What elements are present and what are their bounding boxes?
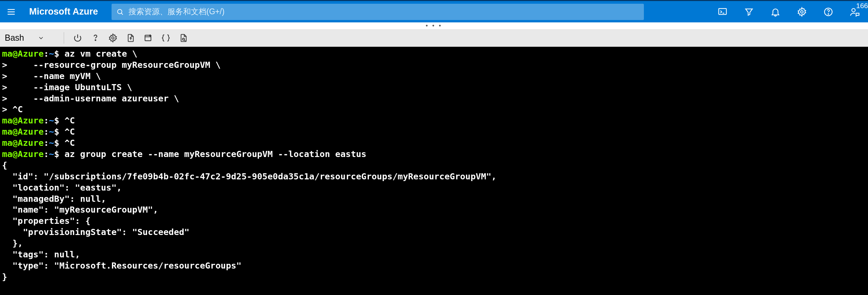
gear-icon	[797, 7, 807, 17]
help-button[interactable]	[815, 1, 842, 23]
file-transfer-icon	[126, 33, 135, 43]
hamburger-menu-button[interactable]	[0, 1, 22, 23]
toolbar-separator	[64, 32, 64, 44]
file-preview-icon	[179, 33, 188, 43]
question-icon	[91, 33, 100, 43]
svg-point-12	[112, 37, 114, 39]
svg-point-11	[95, 40, 96, 40]
top-bar-icons	[709, 1, 868, 23]
directory-filter-icon	[744, 7, 754, 17]
azure-top-bar: Microsoft Azure	[0, 0, 868, 22]
editor-button[interactable]	[158, 31, 173, 45]
settings-button[interactable]	[789, 1, 815, 23]
help-icon	[823, 7, 833, 17]
svg-line-4	[121, 13, 123, 15]
power-icon	[73, 33, 82, 43]
shell-help-button[interactable]	[88, 31, 103, 45]
search-input[interactable]	[129, 7, 639, 16]
restart-shell-button[interactable]	[70, 31, 85, 45]
shell-selector[interactable]: Bash	[3, 32, 58, 44]
svg-point-9	[828, 14, 829, 14]
new-window-icon	[143, 33, 153, 43]
directory-switch-button[interactable]	[736, 1, 762, 23]
terminal-output[interactable]: ma@Azure:~$ az vm create \ > --resource-…	[0, 47, 868, 295]
web-preview-button[interactable]	[176, 31, 191, 45]
notifications-button[interactable]	[762, 1, 789, 23]
braces-icon	[161, 33, 171, 43]
splitter-dots: • • •	[426, 22, 442, 29]
cloud-shell-toolbar: Bash	[0, 29, 868, 47]
svg-point-17	[182, 38, 184, 40]
shell-selector-label: Bash	[5, 33, 24, 43]
svg-point-7	[801, 11, 803, 13]
upload-download-button[interactable]	[123, 31, 138, 45]
svg-point-3	[118, 9, 122, 14]
svg-point-10	[852, 8, 855, 12]
search-icon	[116, 8, 124, 16]
shell-settings-button[interactable]	[105, 31, 120, 45]
notification-count-badge: 166	[856, 2, 868, 10]
cloud-shell-button[interactable]	[709, 1, 736, 23]
cloud-shell-icon	[717, 7, 728, 17]
pane-splitter[interactable]: • • •	[0, 22, 868, 29]
new-session-button[interactable]	[141, 31, 156, 45]
global-search[interactable]	[112, 4, 644, 20]
brand-title[interactable]: Microsoft Azure	[29, 6, 98, 17]
hamburger-icon	[6, 7, 16, 17]
chevron-down-icon	[38, 35, 44, 41]
gear-icon	[108, 33, 118, 43]
bell-icon	[770, 7, 781, 17]
